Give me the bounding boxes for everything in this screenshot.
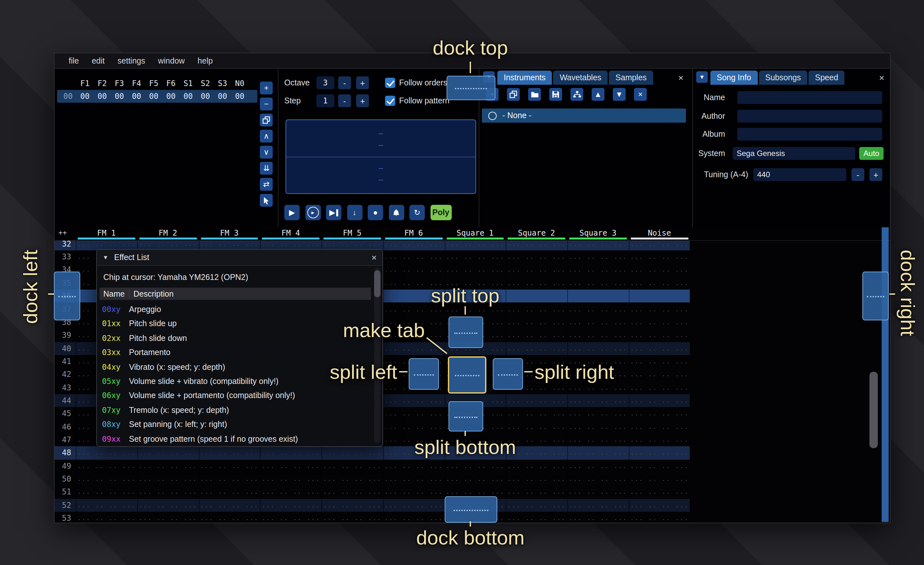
record-button[interactable]: ● bbox=[368, 205, 383, 220]
add-order-icon[interactable]: + bbox=[260, 81, 273, 95]
pattern-cell[interactable]: ... .. .. ... bbox=[383, 473, 445, 486]
move-order-up-icon[interactable]: ∧ bbox=[260, 130, 273, 143]
pattern-cell[interactable]: ... .. .. ... bbox=[629, 473, 690, 486]
menu-item-window[interactable]: window bbox=[152, 56, 191, 65]
pattern-cell[interactable]: ... .. .. ... bbox=[567, 446, 629, 459]
pattern-cell[interactable]: ... .. .. ... bbox=[76, 459, 137, 473]
tuning-minus-button[interactable]: - bbox=[852, 168, 864, 181]
pattern-cell[interactable]: ... .. .. ... bbox=[567, 407, 629, 420]
pattern-cell[interactable]: ... .. .. ... bbox=[444, 264, 506, 277]
pattern-cell[interactable]: ... .. .. ... bbox=[567, 316, 629, 329]
song-info-close-icon[interactable]: × bbox=[879, 72, 884, 83]
pattern-cell[interactable]: ... .. .. ... bbox=[629, 420, 690, 433]
system-auto-button[interactable]: Auto bbox=[859, 147, 884, 160]
pattern-cell[interactable]: ... .. .. ... bbox=[506, 264, 567, 277]
effect-list-item[interactable]: 08xySet panning (x: left; y: right) bbox=[99, 417, 371, 432]
order-value[interactable]: 00 bbox=[76, 92, 94, 101]
pattern-cell[interactable]: ... .. .. ... bbox=[506, 394, 567, 407]
channel-header-square-1[interactable]: Square 1 bbox=[444, 227, 506, 240]
pattern-row[interactable]: 51... .. .. ...... .. .. ...... .. .. ..… bbox=[54, 486, 690, 499]
step-one-row-button[interactable]: ↓ bbox=[347, 205, 362, 220]
dock-target-right[interactable] bbox=[862, 272, 889, 320]
follow-orders-checkbox[interactable] bbox=[385, 78, 395, 88]
system-field[interactable]: Sega Genesis bbox=[733, 147, 855, 160]
pattern-cell[interactable]: ... .. .. ... bbox=[199, 512, 260, 522]
split-target-bottom[interactable] bbox=[448, 401, 483, 431]
channel-header-fm-6[interactable]: FM 6 bbox=[383, 227, 445, 240]
pattern-cell[interactable]: ... .. .. ... bbox=[199, 446, 260, 459]
order-value[interactable]: 00 bbox=[128, 92, 146, 101]
follow-pattern-checkbox[interactable] bbox=[385, 96, 395, 106]
pattern-cell[interactable]: ... .. .. ... bbox=[567, 473, 629, 486]
pattern-cell[interactable]: ... .. .. ... bbox=[506, 459, 567, 473]
pattern-cell[interactable]: ... .. .. ... bbox=[506, 512, 567, 522]
pattern-cell[interactable]: ... .. .. ... bbox=[506, 316, 567, 329]
pattern-cell[interactable]: ... .. .. ... bbox=[321, 446, 383, 459]
instruments-tab-instruments[interactable]: Instruments bbox=[497, 71, 552, 85]
column-name[interactable]: Name bbox=[99, 289, 129, 298]
pattern-cell[interactable]: ... .. .. ... bbox=[629, 368, 690, 381]
pattern-cell[interactable]: ... .. .. ... bbox=[76, 446, 137, 459]
pattern-cell[interactable]: ... .. .. ... bbox=[506, 342, 567, 355]
pattern-cell[interactable]: ... .. .. ... bbox=[567, 241, 629, 250]
pattern-cell[interactable]: ... .. .. ... bbox=[567, 342, 629, 355]
pattern-cell[interactable]: ... .. .. ... bbox=[260, 486, 322, 499]
pattern-cell[interactable]: ... .. .. ... bbox=[321, 473, 383, 486]
repeat-pattern-button[interactable]: ↻ bbox=[410, 205, 425, 220]
pattern-cell[interactable]: ... .. .. ... bbox=[629, 512, 690, 522]
album-field[interactable] bbox=[737, 128, 882, 141]
pattern-cell[interactable]: ... .. .. ... bbox=[444, 473, 506, 486]
effect-list-item[interactable]: 07xyTremolo (x: speed; y: depth) bbox=[99, 403, 371, 418]
pattern-cell[interactable]: ... .. .. ... bbox=[567, 486, 629, 499]
effect-list-item[interactable]: 06xyVolume slide + portamento (compatibi… bbox=[99, 389, 371, 403]
pattern-row[interactable]: 49... .. .. ...... .. .. ...... .. .. ..… bbox=[54, 459, 690, 473]
delete-instrument-icon[interactable]: × bbox=[634, 88, 647, 101]
pattern-cell[interactable]: ... .. .. ... bbox=[76, 512, 137, 522]
order-value[interactable]: 00 bbox=[94, 92, 111, 101]
order-value[interactable]: 00 bbox=[145, 92, 162, 101]
pattern-row[interactable]: 53... .. .. ...... .. .. ...... .. .. ..… bbox=[54, 512, 690, 522]
channel-header-fm-3[interactable]: FM 3 bbox=[199, 227, 260, 240]
effect-list-item[interactable]: 00xyArpeggio bbox=[99, 302, 371, 317]
tuning-plus-button[interactable]: + bbox=[870, 168, 882, 181]
duplicate-instrument-icon[interactable] bbox=[507, 88, 520, 101]
song-tab-subsongs[interactable]: Subsongs bbox=[759, 71, 807, 85]
pattern-cell[interactable]: ... .. .. ... bbox=[383, 250, 445, 264]
pattern-cell[interactable]: ... .. .. ... bbox=[567, 433, 629, 446]
pattern-cell[interactable]: ... .. .. ... bbox=[567, 329, 629, 342]
pattern-cell[interactable]: ... .. .. ... bbox=[629, 277, 690, 290]
step-plus-button[interactable]: + bbox=[356, 95, 369, 107]
move-order-down-icon[interactable]: ∨ bbox=[260, 146, 273, 159]
pattern-cell[interactable]: ... .. .. ... bbox=[506, 407, 567, 420]
pattern-cell[interactable]: ... .. .. ... bbox=[137, 499, 199, 512]
pattern-cell[interactable]: ... .. .. ... bbox=[76, 486, 137, 499]
pattern-cell[interactable]: ... .. .. ... bbox=[444, 250, 506, 264]
pattern-cell[interactable]: ... .. .. ... bbox=[260, 473, 322, 486]
pattern-cell[interactable]: ... .. .. ... bbox=[629, 446, 690, 459]
order-change-mode-icon[interactable]: ⇄ bbox=[260, 178, 273, 191]
effect-list-item[interactable]: 02xxPitch slide down bbox=[99, 331, 371, 346]
pattern-cell[interactable]: ... .. .. ... bbox=[629, 264, 690, 277]
pattern-cell[interactable]: ... .. .. ... bbox=[629, 355, 690, 368]
effect-list-item[interactable]: 01xxPitch slide up bbox=[99, 317, 371, 331]
pattern-cell[interactable]: ... .. .. ... bbox=[199, 486, 260, 499]
pattern-cell[interactable]: ... .. .. ... bbox=[383, 512, 445, 522]
author-field[interactable] bbox=[737, 110, 882, 123]
duplicate-order-to-end-icon[interactable]: ⇊ bbox=[260, 162, 273, 174]
column-description[interactable]: Description bbox=[129, 289, 174, 298]
pattern-cell[interactable]: ... .. .. ... bbox=[137, 512, 199, 522]
order-edit-cursor-icon[interactable] bbox=[260, 194, 273, 207]
effect-list-titlebar[interactable]: ▼ Effect List × bbox=[97, 250, 382, 266]
open-instrument-icon[interactable] bbox=[528, 88, 541, 101]
pattern-cell[interactable]: ... .. .. ... bbox=[629, 303, 690, 316]
pattern-cell[interactable]: ... .. .. ... bbox=[199, 499, 260, 512]
pattern-cell[interactable]: ... .. .. ... bbox=[567, 394, 629, 407]
pattern-cell[interactable]: ... .. .. ... bbox=[506, 473, 567, 486]
pattern-cell[interactable]: ... .. .. ... bbox=[383, 459, 445, 473]
poly-button[interactable]: Poly bbox=[430, 205, 452, 220]
make-tab-target[interactable] bbox=[448, 356, 486, 394]
pattern-cell[interactable]: ... .. .. ... bbox=[444, 459, 506, 473]
save-instrument-icon[interactable] bbox=[549, 88, 562, 101]
pattern-cell[interactable]: ... .. .. ... bbox=[506, 290, 567, 303]
order-value[interactable]: 00 bbox=[162, 92, 180, 101]
